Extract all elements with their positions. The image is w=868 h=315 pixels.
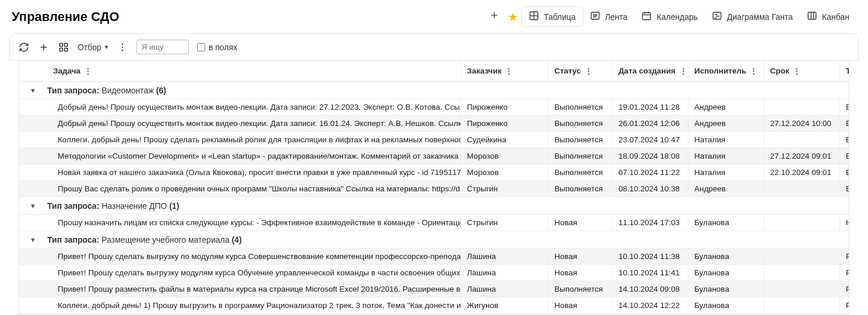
view-label: Лента <box>605 12 628 22</box>
column-menu-icon[interactable]: ⋮ <box>84 66 92 76</box>
group-value: Видеомонтаж <box>101 86 153 95</box>
apps-button[interactable] <box>58 41 69 53</box>
group-count: (1) <box>169 201 179 211</box>
cell-assignee: Андреев <box>688 99 764 115</box>
row-handle <box>19 132 47 148</box>
cell-customer: Лашина <box>461 281 549 297</box>
row-handle <box>19 148 47 164</box>
cell-status: Выполняется <box>549 164 613 180</box>
view-label: Диаграмма Ганта <box>727 12 793 22</box>
view-feed-button[interactable]: Лента <box>583 7 635 26</box>
cell-task: Коллеги, добрый день! Прошу сделать рекл… <box>47 132 461 148</box>
cell-created: 14.10.2024 12:22 <box>613 298 688 313</box>
view-calendar-button[interactable]: Календарь <box>634 7 705 26</box>
refresh-button[interactable] <box>18 41 30 53</box>
cell-customer: Судейкина <box>461 132 549 148</box>
table-row[interactable]: Прошу Вас сделать ролик о проведении очн… <box>19 181 849 197</box>
cell-task: Новая заявка от нашего заказчика (Ольга … <box>47 164 461 180</box>
row-handle <box>19 215 47 230</box>
cell-type: Размещение учеб <box>840 281 849 297</box>
table-row[interactable]: Коллеги, добрый день! Прошу сделать рекл… <box>19 132 849 148</box>
view-gantt-button[interactable]: Диаграмма Ганта <box>705 7 800 26</box>
add-button[interactable] <box>484 8 504 26</box>
cell-type: Видеомонтаж <box>840 164 849 180</box>
table-row[interactable]: Прошу назначить лицам из списка следующи… <box>19 215 849 231</box>
toolbar-more-button[interactable] <box>117 41 128 53</box>
table-row[interactable]: Коллеги, добрый день! 1) Прошу выгрузить… <box>19 298 849 314</box>
cell-status: Новая <box>549 249 613 264</box>
row-handle <box>19 99 47 115</box>
search-in-fields-checkbox[interactable]: в полях <box>197 43 237 52</box>
cell-created: 10.10.2024 11:38 <box>613 249 688 264</box>
cell-assignee: Буланова <box>688 281 764 297</box>
group-header[interactable]: ▼Тип запроса: Размещение учебного матери… <box>19 231 849 249</box>
column-header-deadline[interactable]: Срок ⋮ <box>764 61 840 81</box>
column-header-assignee[interactable]: Исполнитель ⋮ <box>688 61 764 81</box>
cell-assignee: Андреев <box>688 116 764 131</box>
more-vertical-icon <box>117 42 128 52</box>
chevron-down-icon: ▼ <box>30 87 36 94</box>
grid-icon <box>529 10 539 23</box>
cell-customer: Морозов <box>461 164 549 180</box>
checkbox-input[interactable] <box>197 43 205 51</box>
cell-status: Новая <box>549 215 613 230</box>
cell-customer: Пироженко <box>461 99 549 115</box>
cell-assignee: Буланова <box>688 265 764 281</box>
view-table-button[interactable]: Таблица <box>522 7 583 26</box>
chevron-down-icon: ▾ <box>105 43 108 51</box>
row-handle <box>19 181 47 197</box>
filter-label: Отбор <box>78 43 101 52</box>
cell-deadline <box>764 281 840 297</box>
cell-status: Выполняется <box>549 148 613 164</box>
svg-point-28 <box>122 50 123 51</box>
kanban-icon <box>807 10 817 23</box>
cell-created: 26.01.2024 12:06 <box>613 116 688 131</box>
table-row[interactable]: Добрый день! Прошу осуществить монтаж ви… <box>19 116 849 132</box>
cell-type: Видеомонтаж <box>840 132 849 148</box>
svg-rect-22 <box>59 43 62 46</box>
column-header-created[interactable]: Дата создания ⋮ <box>613 61 688 81</box>
column-header-type[interactable]: Тип запроса ⋮ <box>840 61 849 81</box>
group-key: Тип запроса: <box>47 86 99 95</box>
table-row[interactable]: Привет! Прошу разместить файлы в материа… <box>19 281 849 298</box>
search-input[interactable] <box>136 40 189 54</box>
cell-task: Прошу назначить лицам из списка следующи… <box>47 215 461 230</box>
cell-created: 08.10.2024 10:38 <box>613 181 688 197</box>
cell-status: Новая <box>549 265 613 281</box>
cell-assignee: Буланова <box>688 298 764 313</box>
column-menu-icon[interactable]: ⋮ <box>679 66 687 76</box>
table-row[interactable]: Привет! Прошу сделать выгрузку по модуля… <box>19 249 849 265</box>
column-menu-icon[interactable]: ⋮ <box>505 66 513 76</box>
cell-task: Прошу Вас сделать ролик о проведении очн… <box>47 181 461 197</box>
cell-type: Видеомонтаж <box>840 116 849 131</box>
list-icon <box>590 10 600 23</box>
group-header[interactable]: ▼Тип запроса: Назначение ДПО (1) <box>19 197 849 215</box>
table-row[interactable]: Новая заявка от нашего заказчика (Ольга … <box>19 164 849 181</box>
toolbar: Отбор ▾ в полях <box>9 33 859 61</box>
svg-rect-13 <box>713 12 721 19</box>
column-menu-icon[interactable]: ⋮ <box>585 66 593 76</box>
table-row[interactable]: Методологии «Customer Development» и «Le… <box>19 148 849 164</box>
group-header[interactable]: ▼Тип запроса: Видеомонтаж (6) <box>19 82 849 99</box>
table-row[interactable]: Добрый день! Прошу осуществить монтаж ви… <box>19 99 849 116</box>
filter-dropdown[interactable]: Отбор ▾ <box>78 43 108 52</box>
column-menu-icon[interactable]: ⋮ <box>750 66 758 76</box>
table-row[interactable]: Привет! Прошу сделать выгрузку модулям к… <box>19 265 849 281</box>
plus-icon <box>489 10 500 20</box>
cell-task: Добрый день! Прошу осуществить монтаж ви… <box>47 99 461 115</box>
cell-assignee: Андреев <box>688 181 764 197</box>
column-header-status[interactable]: Статус ⋮ <box>549 61 613 81</box>
svg-rect-23 <box>65 43 68 46</box>
column-menu-icon[interactable]: ⋮ <box>793 66 801 76</box>
cell-created: 19.01.2024 11:28 <box>613 99 688 115</box>
favorite-star-icon[interactable]: ★ <box>508 10 518 24</box>
column-header-customer[interactable]: Заказчик ⋮ <box>461 61 549 81</box>
cell-customer: Лашина <box>461 265 549 281</box>
row-handle <box>19 281 47 297</box>
cell-assignee: Буланова <box>688 249 764 264</box>
view-kanban-button[interactable]: Канбан <box>800 7 856 26</box>
column-header-task[interactable]: Задача ⋮ <box>47 61 461 81</box>
cell-deadline <box>764 181 840 197</box>
cell-deadline <box>764 265 840 281</box>
add-row-button[interactable] <box>38 41 50 53</box>
